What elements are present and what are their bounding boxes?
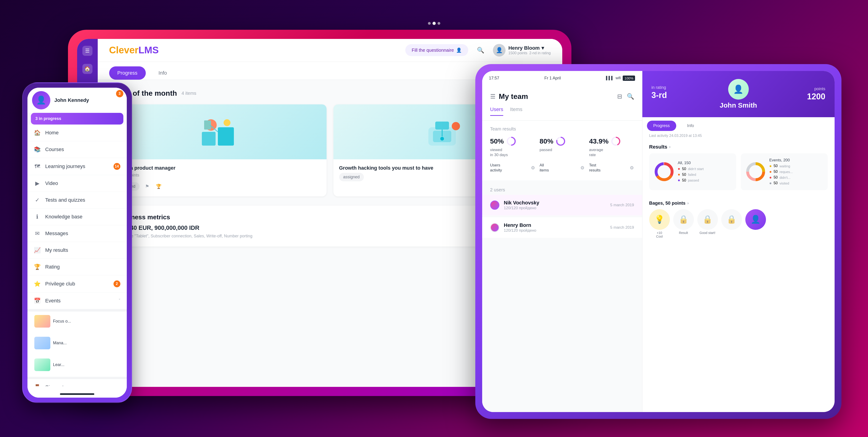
phone-thumb-lear[interactable]: Lear... <box>31 355 123 375</box>
badge-cool: 💡 +10 Cool <box>649 209 670 238</box>
phone-nav-knowledge[interactable]: ℹ Knowledge base <box>27 208 127 225</box>
tab-info[interactable]: Info <box>150 66 175 80</box>
user-list-item-2[interactable]: Henry Born 120/120 пройдено 5 march 2019 <box>482 217 642 238</box>
metrics-row: 50% viewedin 30 days 80% <box>490 136 634 157</box>
flag-icon-1[interactable]: ⚑ <box>143 182 151 191</box>
thumb-manage-label: Mana... <box>53 341 67 345</box>
user-2-date: 5 march 2019 <box>610 225 634 230</box>
results-chevron-icon[interactable]: › <box>669 144 671 149</box>
results-section: Results › <box>642 141 835 198</box>
result-events-item-3: ● 50 didn't... <box>769 175 793 180</box>
myteam-status-bar: 17:57 Fr 1 April ▌▌▌ wifi 100% <box>482 71 642 85</box>
course-card-1-subtitle: Get 50 points <box>115 173 321 178</box>
user-list-item-1[interactable]: Nik Vochovsky 120/120 пройдено 5 march 2… <box>482 195 642 215</box>
phone-thumb-focus[interactable]: Focus o... <box>31 312 123 331</box>
myteam-tab-users[interactable]: Users <box>490 107 503 116</box>
test-results-gear-icon[interactable]: ⚙ <box>630 165 634 171</box>
metric-passed-label: passed <box>539 147 585 152</box>
events-nav-icon: 📅 <box>34 298 41 304</box>
sidebar-home-icon[interactable]: 🏠 <box>82 64 92 74</box>
course-1-illustration <box>197 114 239 150</box>
filter-icon[interactable]: ⊟ <box>617 93 622 100</box>
phone-nav-events[interactable]: 📅 Events ˇ <box>27 293 127 309</box>
badge-result-item[interactable]: 🔒 <box>673 209 694 230</box>
badges-title[interactable]: Bages, 50 points › <box>649 201 828 206</box>
phone-nav-messages[interactable]: ✉ Messages <box>27 225 127 242</box>
metric-rate: 43.9% averagerate <box>589 136 634 157</box>
video-nav-label: Video <box>45 180 120 186</box>
metric-settings-row: Usersactivity ⚙ Allitems ⚙ Testresults ⚙ <box>490 161 634 175</box>
points-label: points <box>814 87 825 91</box>
myteam-menu-icon[interactable]: ☰ <box>490 93 495 100</box>
course-card-1-image <box>109 105 327 159</box>
users-activity-gear-icon[interactable]: ⚙ <box>531 165 535 171</box>
phone-nav-results[interactable]: 📈 My results <box>27 242 127 259</box>
user-1-name: Nik Vochovsky <box>504 200 606 206</box>
signout-label: Sign out <box>45 384 64 386</box>
metric-passed-value: 80% <box>539 137 553 145</box>
rating-nav-icon: 🏆 <box>34 264 41 270</box>
header-user-name: Henry Bloom ▾ <box>508 45 551 51</box>
home-nav-icon: 🏠 <box>34 129 41 136</box>
phone-thumb-manage[interactable]: Mana... <box>31 333 123 353</box>
donut-50 <box>506 136 516 146</box>
tab-progress[interactable]: Progress <box>109 66 146 80</box>
metric-passed-value-row: 80% <box>539 136 585 146</box>
badge-purple-item[interactable]: 👤 <box>745 209 766 230</box>
user-profile-card: in rating 3-rd 👤 John Smith points 1200 <box>642 71 835 117</box>
course-card-1[interactable]: Being a product manager Get 50 points as… <box>109 105 327 196</box>
all-items-gear-icon[interactable]: ⚙ <box>580 165 585 171</box>
user-1-progress: 120/120 пройдено <box>504 206 606 210</box>
badge-locked-3: 🔒 <box>721 209 742 238</box>
badge-locked-3-item[interactable]: 🔒 <box>721 209 742 230</box>
result-card-all: All, 150 ● 50 didn't start ● <box>649 153 736 190</box>
profile-tab-progress[interactable]: Progress <box>647 121 676 131</box>
sidebar-menu-icon[interactable]: ☰ <box>82 46 92 56</box>
badge-good-start: 🔒 Good start! <box>697 209 718 238</box>
header-user-info: Henry Bloom ▾ 1500 points 2-nd in rating <box>508 45 551 55</box>
phone-nav-home[interactable]: 🏠 Home <box>27 124 127 141</box>
svg-point-11 <box>440 137 444 141</box>
user-2-info: Henry Born 120/120 пройдено <box>504 222 606 233</box>
dropdown-arrow[interactable]: ▾ <box>541 45 544 51</box>
phone-nav-tests[interactable]: ✓ Tests and quizzes <box>27 192 127 208</box>
team-results-section: Team results 50% vie <box>482 121 642 180</box>
phone-nav-signout[interactable]: 🚪 Sign out <box>27 379 127 386</box>
phone-nav: 🏠 Home 📚 Courses 🗺 Learning journeys 14 … <box>27 124 127 386</box>
search-icon[interactable]: 🔍 <box>627 93 634 100</box>
user-2-progress: 120/120 пройдено <box>504 228 606 233</box>
phone-nav-learning-journeys[interactable]: 🗺 Learning journeys 14 <box>27 158 127 175</box>
myteam-title: ☰ My team <box>490 92 528 101</box>
learning-journeys-badge: 14 <box>114 163 120 170</box>
knowledge-nav-label: Knowledge base <box>45 214 120 220</box>
donut-80 <box>556 136 566 146</box>
phone-nav-video[interactable]: ▶ Video <box>27 175 127 192</box>
badges-chevron-icon[interactable]: › <box>687 201 689 206</box>
video-nav-icon: ▶ <box>34 180 41 186</box>
questionnaire-button[interactable]: Fill the questionnaire 👤 <box>405 44 468 56</box>
badge-cool-item[interactable]: 💡 <box>649 209 670 230</box>
phone-user-info: John Kennedy <box>55 97 89 103</box>
user-1-avatar <box>490 201 499 210</box>
badge-result: 🔒 Result <box>673 209 694 238</box>
metric-viewed-value: 50% <box>490 137 504 145</box>
phone-progress-label: 3 in progress <box>35 116 61 121</box>
phone-nav-courses[interactable]: 📚 Courses <box>27 141 127 158</box>
search-button[interactable]: 🔍 <box>475 45 486 56</box>
phone-nav-privilege[interactable]: ⭐ Privilege club 2 <box>27 275 127 293</box>
badge-row: 💡 +10 Cool 🔒 Result 🔒 Good start! <box>649 209 828 238</box>
users-activity-label: Usersactivity <box>490 163 502 173</box>
donut-events-200 <box>745 162 766 182</box>
dot-1 <box>428 22 431 25</box>
tablet-header: CleverLMS Fill the questionnaire 👤 🔍 👤 <box>98 39 562 62</box>
svg-rect-9 <box>435 121 449 129</box>
myteam-tab-items[interactable]: Items <box>510 107 522 116</box>
metric-viewed-value-row: 50% <box>490 136 535 146</box>
badge-good-start-item[interactable]: 🔒 <box>697 209 718 230</box>
profile-tab-info[interactable]: Info <box>681 121 701 131</box>
dot-yellow-1: ● <box>769 164 772 169</box>
donut-all-150 <box>654 162 674 182</box>
phone-nav-rating[interactable]: 🏆 Rating <box>27 259 127 275</box>
trophy-icon-1[interactable]: 🏆 <box>155 182 163 191</box>
result-events-item-4: ● 50 visited <box>769 181 793 186</box>
